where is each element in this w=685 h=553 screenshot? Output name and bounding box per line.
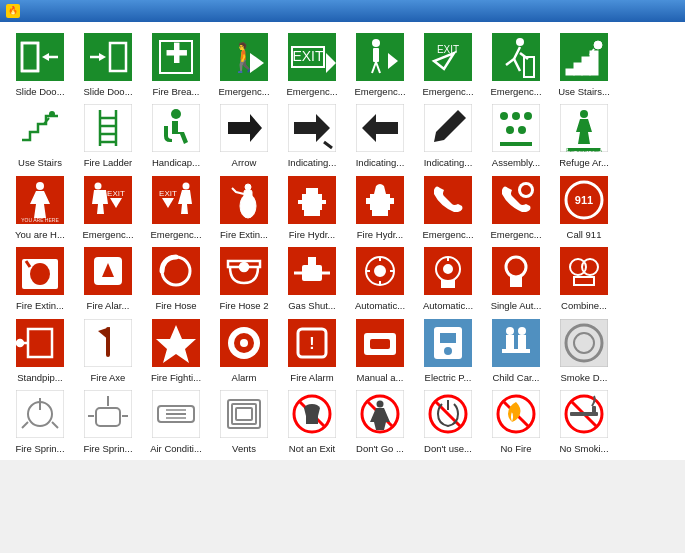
grid-item-slide-door-left[interactable]: Slide Doo... — [6, 28, 74, 97]
grid-item-gas-shut[interactable]: Gas Shut... — [278, 242, 346, 311]
grid-item-fire-hose[interactable]: Fire Hose — [142, 242, 210, 311]
svg-point-59 — [524, 112, 532, 120]
grid-item-emergency-phone2[interactable]: Emergenc... — [482, 171, 550, 240]
grid-item-automatic1[interactable]: Automatic... — [346, 242, 414, 311]
svg-point-64 — [580, 110, 588, 118]
svg-rect-86 — [320, 200, 326, 204]
grid-item-fire-axe[interactable]: Fire Axe — [74, 314, 142, 383]
icon-slide-door-left — [13, 30, 67, 84]
label-emergency2: Emergenc... — [279, 86, 345, 97]
icon-standpipe — [13, 316, 67, 370]
grid-item-emergency-exit2[interactable]: EXIT Emergenc... — [142, 171, 210, 240]
grid-item-empty3[interactable] — [618, 171, 685, 240]
grid-item-no-smoki[interactable]: No Smoki... — [550, 385, 618, 454]
grid-item-fire-hydrant2[interactable]: Fire Hydr... — [346, 171, 414, 240]
icon-you-are-here: YOU ARE HERE — [13, 173, 67, 227]
label-fire-axe: Fire Axe — [75, 372, 141, 383]
icon-single-aut — [489, 244, 543, 298]
grid-item-fire-alarm2[interactable]: ! Fire Alarm — [278, 314, 346, 383]
grid-item-you-are-here[interactable]: YOU ARE HERE You are H... — [6, 171, 74, 240]
svg-point-122 — [375, 266, 385, 276]
icon-air-conditi — [149, 387, 203, 441]
svg-rect-85 — [298, 200, 304, 204]
icon-fire-alarm2: ! — [285, 316, 339, 370]
grid-item-alarm[interactable]: Alarm — [210, 314, 278, 383]
label-fire-hose2: Fire Hose 2 — [211, 300, 277, 311]
grid-item-empty2[interactable] — [618, 99, 685, 168]
icon-no-fire — [489, 387, 543, 441]
icon-arrow — [217, 101, 271, 155]
grid-item-combined[interactable]: Combine... — [550, 242, 618, 311]
grid-item-emergency2[interactable]: EXIT Emergenc... — [278, 28, 346, 97]
grid-item-fire-extinguisher2[interactable]: Fire Extin... — [6, 242, 74, 311]
grid-item-assembly[interactable]: Assembly... — [482, 99, 550, 168]
grid-item-smoke-d[interactable]: Smoke D... — [550, 314, 618, 383]
label-gas-shut: Gas Shut... — [279, 300, 345, 311]
icon-fire-hydrant1 — [285, 173, 339, 227]
label-no-fire: No Fire — [483, 443, 549, 454]
grid-item-fire-break[interactable]: ✚ Fire Brea... — [142, 28, 210, 97]
grid-item-use-stairs[interactable]: Use Stairs — [6, 99, 74, 168]
grid-item-slide-door-right[interactable]: Slide Doo... — [74, 28, 142, 97]
grid-item-fire-alarm1[interactable]: Fire Alar... — [74, 242, 142, 311]
svg-rect-37 — [16, 104, 64, 152]
grid-item-indicating2[interactable]: Indicating... — [346, 99, 414, 168]
grid-item-fire-hydrant1[interactable]: Fire Hydr... — [278, 171, 346, 240]
grid-item-manual-a[interactable]: Manual a... — [346, 314, 414, 383]
grid-item-refuge-area[interactable]: REFUGE AREA Refuge Ar... — [550, 99, 618, 168]
icon-dont-go — [353, 387, 407, 441]
icon-indicating3 — [421, 101, 475, 155]
grid-item-emergency1[interactable]: 🚶 Emergenc... — [210, 28, 278, 97]
grid-item-emergency-phone1[interactable]: Emergenc... — [414, 171, 482, 240]
svg-rect-83 — [306, 188, 318, 194]
label-emergency-phone2: Emergenc... — [483, 229, 549, 240]
grid-item-single-aut[interactable]: Single Aut... — [482, 242, 550, 311]
svg-point-68 — [36, 182, 44, 190]
grid-item-emergency5[interactable]: Emergenc... — [482, 28, 550, 97]
icon-emergency-exit2: EXIT — [149, 173, 203, 227]
grid-item-emergency-exit1[interactable]: EXIT Emergenc... — [74, 171, 142, 240]
grid-item-arrow[interactable]: Arrow — [210, 99, 278, 168]
icon-fire-hose2 — [217, 244, 271, 298]
grid-item-use-stairs-top[interactable]: Use Stairs... — [550, 28, 618, 97]
grid-item-not-an-exit[interactable]: Not an Exit — [278, 385, 346, 454]
grid-item-fire-spring1[interactable]: Fire Sprin... — [6, 385, 74, 454]
grid-item-dont-go[interactable]: Don't Go ... — [346, 385, 414, 454]
grid-item-indicating1[interactable]: Indicating... — [278, 99, 346, 168]
grid-item-no-fire[interactable]: No Fire — [482, 385, 550, 454]
grid-item-fire-spring2[interactable]: Fire Sprin... — [74, 385, 142, 454]
svg-point-158 — [506, 327, 514, 335]
svg-rect-112 — [302, 265, 322, 281]
title-bar-icon: 🔥 — [6, 4, 20, 18]
label-combined: Combine... — [551, 300, 617, 311]
grid-item-automatic2[interactable]: Automatic... — [414, 242, 482, 311]
svg-point-29 — [516, 38, 524, 46]
label-indicating3: Indicating... — [415, 157, 481, 168]
grid-item-electric-p[interactable]: Electric P... — [414, 314, 482, 383]
grid-item-standpipe[interactable]: Standpip... — [6, 314, 74, 383]
grid-item-fire-fighting[interactable]: Fire Fighti... — [142, 314, 210, 383]
grid-item-empty6[interactable] — [618, 385, 685, 454]
grid-item-handicap[interactable]: Handicap... — [142, 99, 210, 168]
grid-item-fire-hose2[interactable]: Fire Hose 2 — [210, 242, 278, 311]
grid-item-call-911[interactable]: 911 Call 911 — [550, 171, 618, 240]
grid-item-emergency3[interactable]: Emergenc... — [346, 28, 414, 97]
grid-item-empty5[interactable] — [618, 314, 685, 383]
grid-item-child-car[interactable]: Child Car... — [482, 314, 550, 383]
grid-item-empty1[interactable] — [618, 28, 685, 97]
grid-item-air-conditi[interactable]: Air Conditi... — [142, 385, 210, 454]
label-refuge-area: Refuge Ar... — [551, 157, 617, 168]
icon-emergency3 — [353, 30, 407, 84]
grid-item-dont-use[interactable]: Don't use... — [414, 385, 482, 454]
svg-point-138 — [17, 340, 23, 346]
grid-item-fire-ladder[interactable]: Fire Ladder — [74, 99, 142, 168]
svg-point-57 — [500, 112, 508, 120]
grid-item-vents[interactable]: Vents — [210, 385, 278, 454]
grid-item-emergency4[interactable]: EXIT Emergenc... — [414, 28, 482, 97]
label-no-smoki: No Smoki... — [551, 443, 617, 454]
grid-item-empty4[interactable] — [618, 242, 685, 311]
grid-item-indicating3[interactable]: Indicating... — [414, 99, 482, 168]
grid-item-fire-extinguisher[interactable]: Fire Extin... — [210, 171, 278, 240]
label-fire-break: Fire Brea... — [143, 86, 209, 97]
label-fire-extinguisher: Fire Extin... — [211, 229, 277, 240]
